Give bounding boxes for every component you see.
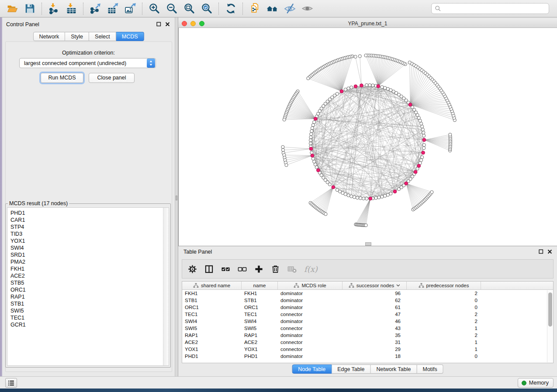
result-node-item[interactable]: SRD1 — [10, 251, 169, 258]
zoom-in-icon[interactable] — [145, 1, 163, 16]
column-header-successor-nodes[interactable]: successor nodes — [343, 282, 407, 289]
float-panel-icon[interactable] — [156, 22, 161, 27]
open-file-icon[interactable] — [3, 1, 21, 16]
table-row[interactable]: STB1STB1dominator620 — [182, 297, 553, 304]
table-row[interactable]: ACE2ACE2connector311 — [182, 339, 553, 346]
result-node-item[interactable]: TEC1 — [10, 314, 169, 321]
export-network-icon[interactable] — [86, 1, 104, 16]
table-scrollbar[interactable] — [547, 290, 553, 362]
result-node-item[interactable]: PMA2 — [10, 258, 169, 265]
hide-selected-icon[interactable] — [281, 1, 298, 16]
result-list-scrollbar[interactable] — [163, 208, 169, 365]
table-row[interactable]: SWI4SWI4dominator462 — [182, 318, 553, 325]
add-row-icon[interactable] — [254, 265, 263, 274]
search-box[interactable] — [431, 3, 549, 14]
first-neighbors-icon[interactable] — [263, 1, 281, 16]
clone-network-icon[interactable] — [246, 1, 263, 16]
mcds-result-list[interactable]: PHD1CAR1STP4TID3YOX1SWI4SRD1PMA2FKH1ACE2… — [7, 207, 169, 366]
import-table-icon[interactable] — [62, 1, 80, 16]
table-tabs: Node TableEdge TableNetwork TableMotifs — [292, 364, 443, 374]
table-row[interactable]: PHD1PHD1dominator180 — [182, 353, 553, 360]
network-titlebar[interactable]: YPA_prune.txt_1 — [178, 19, 557, 28]
cell-successor-nodes: 43 — [343, 325, 407, 332]
show-panels-button[interactable] — [5, 378, 17, 388]
show-columns-icon[interactable] — [204, 265, 214, 274]
table-row[interactable]: SWI5SWI5connector431 — [182, 325, 553, 332]
select-all-rows-icon[interactable] — [221, 265, 230, 274]
export-image-icon[interactable] — [121, 1, 139, 16]
scrollbar-thumb[interactable] — [548, 292, 552, 327]
tab-node-table[interactable]: Node Table — [292, 364, 332, 374]
table-settings-icon[interactable] — [188, 265, 197, 274]
column-header-predecessor-nodes[interactable]: predecessor nodes — [407, 282, 481, 289]
table-row[interactable]: ORC1ORC1dominator610 — [182, 304, 553, 311]
result-node-item[interactable]: GCR1 — [10, 321, 169, 328]
criterion-select[interactable]: largest connected component (undirected) — [19, 58, 156, 68]
delete-row-icon[interactable] — [271, 265, 280, 274]
close-panel-button[interactable]: Close panel — [89, 73, 135, 83]
zoom-out-icon[interactable] — [163, 1, 180, 16]
memory-button[interactable]: Memory — [518, 378, 554, 388]
result-node-item[interactable]: STP4 — [10, 224, 169, 230]
zoom-selected-icon[interactable] — [198, 1, 215, 16]
tab-style[interactable]: Style — [65, 32, 89, 41]
result-node-item[interactable]: ORC1 — [10, 286, 169, 293]
result-node-item[interactable]: FKH1 — [10, 265, 169, 272]
column-header-shared-name[interactable]: shared name — [182, 282, 242, 289]
result-node-item[interactable]: STB5 — [10, 279, 169, 286]
cell-name: RAP1 — [242, 332, 278, 339]
network-fan-nodes[interactable] — [281, 54, 457, 227]
result-node-item[interactable]: SWI5 — [10, 307, 169, 314]
deselect-all-rows-icon[interactable] — [238, 265, 247, 274]
close-panel-icon[interactable] — [165, 22, 170, 27]
network-fan-edges — [283, 55, 455, 225]
result-node-item[interactable]: CAR1 — [10, 217, 169, 224]
memory-status-icon — [522, 381, 526, 385]
result-node-item[interactable]: RAP1 — [10, 293, 169, 300]
tab-edge-table[interactable]: Edge Table — [332, 364, 370, 374]
table-row[interactable]: YOX1YOX1connector291 — [182, 346, 553, 353]
result-node-item[interactable]: ACE2 — [10, 272, 169, 279]
column-header-name[interactable]: name — [242, 282, 278, 289]
cell-name: SWI5 — [242, 325, 278, 332]
cell-predecessor-nodes: 2 — [407, 311, 481, 318]
table-body: FKH1FKH1dominator962STB1STB1dominator620… — [182, 290, 553, 360]
result-node-item[interactable]: PHD1 — [10, 210, 169, 217]
mcds-result-title: MCDS result (17 nodes) — [8, 200, 69, 206]
run-mcds-button[interactable]: Run MCDS — [41, 73, 83, 83]
tab-network-table[interactable]: Network Table — [371, 364, 417, 374]
horizontal-splitter-grip[interactable] — [365, 242, 371, 246]
table-toolbar: f(x) — [182, 259, 554, 279]
result-node-item[interactable]: TID3 — [10, 230, 169, 237]
save-session-icon[interactable] — [21, 1, 38, 16]
result-node-item[interactable]: SWI4 — [10, 244, 169, 251]
column-label: successor nodes — [356, 283, 394, 288]
column-header-mcds-role[interactable]: MCDS role — [278, 282, 343, 289]
tab-select[interactable]: Select — [89, 32, 116, 41]
tab-motifs[interactable]: Motifs — [417, 364, 443, 374]
network-window: YPA_prune.txt_1 — [178, 19, 557, 246]
zoom-fit-icon[interactable] — [180, 1, 198, 16]
cell-name: ORC1 — [242, 304, 278, 311]
cell-shared-name: ORC1 — [182, 304, 242, 311]
search-input[interactable] — [443, 6, 546, 12]
tab-network[interactable]: Network — [33, 32, 65, 41]
close-panel-icon[interactable] — [547, 249, 552, 254]
result-node-item[interactable]: STB1 — [10, 300, 169, 307]
refresh-view-icon[interactable] — [222, 1, 239, 16]
table-row[interactable]: TEC1TEC1connector472 — [182, 311, 553, 318]
tab-mcds[interactable]: MCDS — [116, 32, 144, 41]
table-row[interactable]: RAP1RAP1dominator352 — [182, 332, 553, 339]
float-panel-icon[interactable] — [539, 249, 543, 254]
import-network-icon[interactable] — [45, 1, 62, 16]
result-node-item[interactable]: YOX1 — [10, 237, 169, 244]
table-panel: Table Panel f(x) shared namenameMCDS rol… — [178, 246, 557, 376]
show-all-icon[interactable] — [298, 1, 316, 16]
cell-successor-nodes: 31 — [343, 339, 407, 346]
network-canvas[interactable] — [178, 28, 557, 246]
vertical-splitter[interactable] — [175, 17, 178, 376]
table-row[interactable]: FKH1FKH1dominator962 — [182, 290, 553, 297]
splitter-grip[interactable] — [176, 196, 177, 200]
export-table-icon[interactable] — [104, 1, 121, 16]
cell-name: PHD1 — [242, 353, 278, 360]
